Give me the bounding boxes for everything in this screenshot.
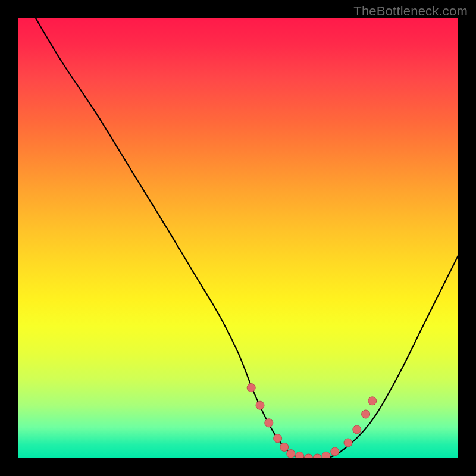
plot-area: [18, 18, 458, 458]
highlight-marker: [287, 450, 295, 458]
highlight-marker: [265, 419, 273, 427]
highlight-marker: [353, 425, 361, 434]
highlight-marker: [331, 447, 339, 456]
highlight-marker: [296, 452, 304, 458]
highlight-marker: [368, 397, 377, 405]
chart-container: TheBottleneck.com: [0, 0, 476, 476]
highlight-marker: [280, 443, 289, 452]
highlight-marker: [313, 454, 321, 458]
highlight-marker: [322, 452, 330, 458]
chart-svg: [18, 18, 458, 458]
marker-group: [247, 384, 377, 458]
watermark-text: TheBottleneck.com: [353, 4, 468, 19]
highlight-marker: [344, 439, 352, 447]
highlight-marker: [362, 410, 370, 418]
highlight-marker: [256, 401, 264, 409]
highlight-marker: [274, 434, 282, 443]
bottleneck-curve: [36, 18, 458, 458]
highlight-marker: [247, 384, 255, 392]
highlight-marker: [304, 454, 312, 458]
